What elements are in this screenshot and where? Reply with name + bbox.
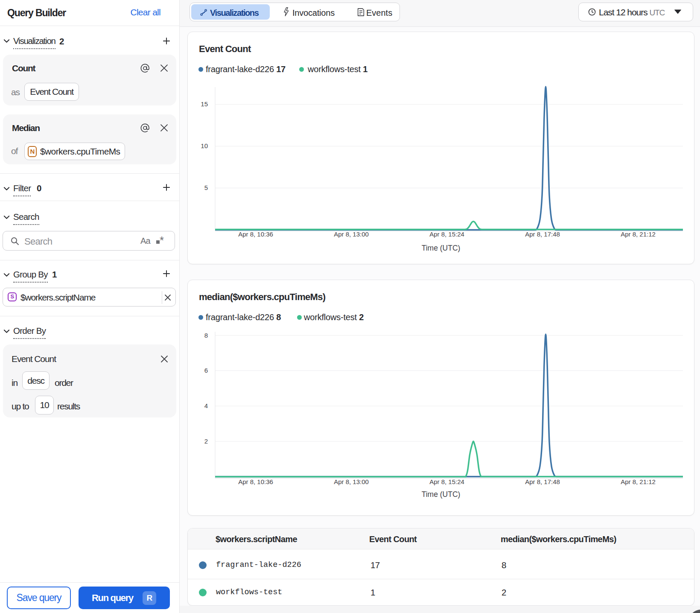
svg-text:8: 8	[204, 332, 208, 339]
svg-text:4: 4	[204, 402, 208, 409]
svg-text:Time (UTC): Time (UTC)	[422, 244, 461, 252]
svg-text:Time (UTC): Time (UTC)	[422, 490, 461, 499]
svg-text:2: 2	[204, 438, 208, 445]
svg-text:Apr 8, 15:24: Apr 8, 15:24	[429, 478, 464, 485]
svg-text:Apr 8, 21:12: Apr 8, 21:12	[621, 478, 656, 485]
svg-text:Apr 8, 10:36: Apr 8, 10:36	[238, 231, 273, 238]
svg-text:5: 5	[204, 184, 208, 191]
svg-text:Apr 8, 13:00: Apr 8, 13:00	[334, 478, 369, 485]
svg-text:6: 6	[204, 367, 208, 374]
svg-text:Apr 8, 15:24: Apr 8, 15:24	[429, 231, 464, 238]
svg-text:10: 10	[201, 142, 208, 149]
svg-text:Apr 8, 13:00: Apr 8, 13:00	[334, 231, 369, 238]
svg-text:Apr 8, 21:12: Apr 8, 21:12	[621, 231, 656, 238]
svg-text:Apr 8, 17:48: Apr 8, 17:48	[525, 478, 560, 485]
svg-text:15: 15	[201, 100, 208, 108]
svg-text:Apr 8, 10:36: Apr 8, 10:36	[238, 478, 273, 485]
svg-text:Apr 8, 17:48: Apr 8, 17:48	[525, 231, 560, 238]
